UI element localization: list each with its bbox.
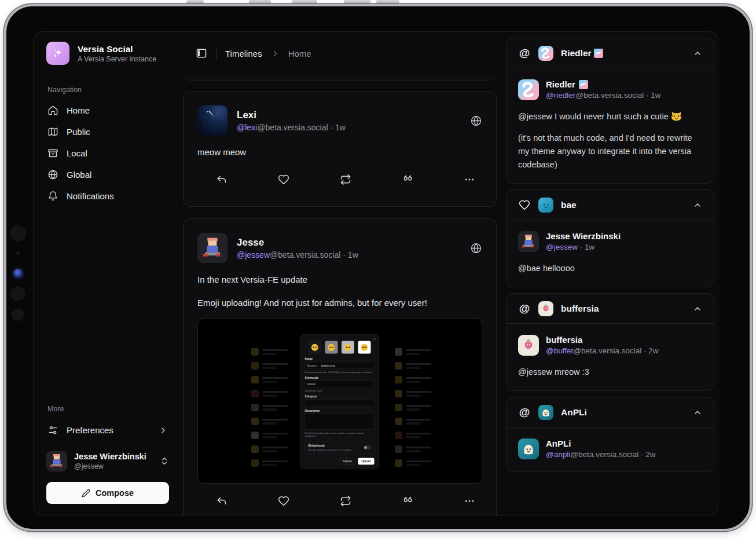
account-name[interactable]: AnPLi [546, 438, 656, 450]
sidebar-item-notifications[interactable]: Notifications [46, 185, 169, 207]
reply-icon[interactable] [216, 174, 227, 185]
cube-custom-emoji [594, 49, 603, 58]
chevron-up-icon[interactable] [693, 304, 702, 313]
category-input [305, 400, 375, 407]
breadcrumb-timelines[interactable]: Timelines [225, 49, 262, 59]
account-handle: @anpli@beta.versia.social · 2w [546, 450, 656, 460]
sidebar-item-local[interactable]: Local [46, 143, 169, 164]
visibility-globe-icon [470, 242, 482, 254]
chevron-right-icon [271, 49, 280, 58]
avatar[interactable] [518, 439, 539, 459]
emoji-preview-tiles [305, 341, 375, 354]
account-handle: @jessew · 1w [546, 242, 621, 253]
notification-header[interactable]: @ Riedler [507, 38, 714, 68]
app-subtitle: A Versia Server instance [78, 54, 156, 64]
pleading-face-emoji [358, 341, 370, 354]
avatar [538, 301, 553, 316]
reply-icon[interactable] [216, 495, 227, 507]
notification-header[interactable]: bae [507, 190, 714, 220]
sidebar-item-public[interactable]: Public [46, 121, 169, 143]
sidebar-item-global[interactable]: Global [46, 164, 169, 185]
sidebar-item-label: Home [67, 105, 90, 115]
quote-icon[interactable] [402, 495, 413, 507]
versia-app-window: Versia Social A Versia Server instance N… [34, 32, 718, 516]
global-emoji-setting: Global emoji Can be used by every user, … [305, 441, 375, 454]
sidebar-item-label: Local [67, 148, 87, 158]
more-ellipsis-icon[interactable] [464, 174, 475, 185]
sidebar-item-home[interactable]: Home [46, 100, 169, 121]
sidebar-item-preferences[interactable]: Preferences [46, 419, 169, 441]
like-heart-icon [518, 199, 531, 211]
like-heart-icon[interactable] [278, 495, 289, 507]
shortcode-input: bottom [305, 381, 375, 388]
notification-header[interactable]: @ buffersia [507, 294, 714, 324]
account-handle: @buffet@beta.versia.social · 2w [546, 346, 659, 356]
dock-app-icon[interactable] [10, 286, 25, 301]
panel-left-icon[interactable] [196, 48, 207, 59]
account-name[interactable]: buffersia [546, 334, 659, 346]
boost-repeat-icon[interactable] [340, 495, 351, 507]
chevron-up-icon[interactable] [693, 408, 702, 417]
cancel-button: Cancel [339, 458, 355, 465]
pencil-icon [82, 489, 90, 498]
compose-button[interactable]: Compose [46, 482, 169, 504]
close-icon: × [373, 337, 376, 341]
avatar[interactable] [197, 233, 227, 263]
timeline-header: Timelines Home [183, 32, 497, 75]
boost-repeat-icon[interactable] [340, 174, 351, 185]
post-author[interactable]: Lexi [237, 108, 346, 122]
description-field-label: Description [305, 409, 375, 412]
map-icon [47, 126, 58, 137]
global-emoji-hint: Can be used by every user, not just you [308, 448, 361, 451]
post-card: Jesse @jessew@beta.versia.social · 1w In… [183, 218, 497, 516]
description-textarea [305, 414, 375, 430]
compose-label: Compose [96, 488, 134, 498]
notification-title: buffersia [561, 304, 599, 314]
avatar[interactable] [518, 335, 539, 356]
quote-icon[interactable] [402, 174, 413, 185]
cat-custom-emoji [670, 110, 682, 122]
notification-header[interactable]: @ AnPLi [507, 397, 714, 428]
account-handle: @riedler@beta.versia.social · 1w [546, 90, 661, 101]
more-ellipsis-icon[interactable] [464, 495, 475, 507]
like-heart-icon[interactable] [278, 174, 289, 185]
image-field-label: Image [305, 357, 375, 361]
brand[interactable]: Versia Social A Versia Server instance [46, 42, 169, 65]
globe-icon [47, 169, 58, 180]
account-name[interactable]: Jesse Wierzbinski [546, 231, 621, 242]
timeline-column: Timelines Home Lexi @lexi@beta.versia.so… [183, 32, 497, 516]
global-emoji-title: Global emoji [308, 444, 361, 448]
mention-at-icon: @ [518, 47, 531, 60]
dock-app-icon[interactable] [12, 308, 24, 321]
avatar[interactable] [518, 79, 539, 100]
chevron-up-icon[interactable] [693, 49, 702, 58]
avatar [538, 46, 553, 61]
shortcode-hint: Should be short. [305, 389, 375, 393]
avatar[interactable] [518, 231, 539, 252]
category-field-label: Category [305, 395, 375, 399]
chevrons-up-down-icon [160, 456, 169, 466]
shortcode-field-label: Shortcode [305, 376, 375, 379]
post-actions [197, 495, 482, 507]
stage: Versia Social A Versia Server instance N… [0, 0, 756, 548]
sidebar-item-label: Global [67, 170, 91, 180]
post-author[interactable]: Jesse [237, 236, 358, 249]
post-attachment-image[interactable]: × Image Browse...bottom.png Recommended … [197, 319, 482, 484]
account-name[interactable]: Riedler [546, 79, 661, 90]
dock-app-icon[interactable] [10, 225, 26, 242]
notifications-column: @ Riedler Riedler @riedler@beta. [506, 38, 714, 516]
description-hint: Useful for people with screen readers, o… [305, 432, 375, 438]
image-hint: Recommended size: 128x128px. Every image… [305, 371, 375, 374]
notification-text: @bae helloooo [518, 262, 702, 275]
notification-card: @ Riedler Riedler @riedler@beta. [506, 38, 714, 184]
dock-app-icon-blue[interactable] [13, 269, 23, 278]
avatar[interactable] [197, 105, 227, 136]
notification-text: @jessew I would never hurt such a cutie … [518, 110, 702, 171]
upload-button: Upload [358, 458, 374, 465]
archive-icon [47, 148, 58, 159]
account-switcher[interactable]: Jesse Wierzbinski @jessew [46, 451, 169, 472]
notification-body: Riedler @riedler@beta.versia.social · 1w… [507, 68, 714, 183]
notification-title: bae [561, 200, 577, 210]
chevron-up-icon[interactable] [693, 200, 702, 210]
post-content: In the next Versia-FE update Emoji uploa… [197, 273, 482, 309]
